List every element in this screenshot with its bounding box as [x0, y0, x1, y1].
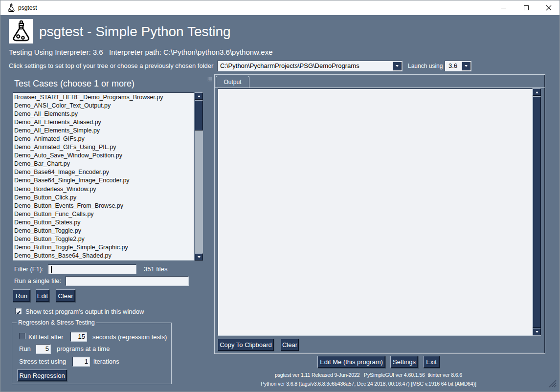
show-output-checkbox[interactable]	[15, 308, 22, 314]
clear-button[interactable]: Clear	[56, 289, 75, 302]
kill-test-label: Kill test after	[28, 333, 64, 341]
version-line-2: Python ver 3.6.8 (tags/v3.6.8:3c6b436a57…	[191, 381, 546, 387]
maximize-button[interactable]	[515, 0, 538, 15]
version-line-1: psgtest ver 1.11 Released 9-Jun-2022 PyS…	[191, 372, 546, 378]
file-count: 351 files	[144, 265, 167, 273]
titlebar: psgtest	[0, 0, 560, 15]
list-item[interactable]: Demo_All_Elements.py	[14, 110, 194, 118]
scroll-down-button[interactable]	[533, 328, 541, 335]
list-item[interactable]: Demo_Base64_Image_Encoder.py	[14, 168, 194, 176]
stress-label: Stress test using	[19, 358, 66, 365]
list-item[interactable]: Demo_Button_Toggle.py	[14, 227, 194, 235]
listbox-scrollbar[interactable]	[195, 92, 203, 261]
scroll-down-button[interactable]	[195, 253, 203, 261]
page-title: psgtest - Simple Python Testing	[39, 24, 231, 40]
app-flask-icon	[7, 3, 16, 12]
launch-combo-value: 3.6	[448, 62, 457, 69]
edit-me-button[interactable]: Edit Me (this program)	[317, 356, 385, 368]
single-file-input[interactable]	[66, 276, 189, 286]
run-button[interactable]: Run	[13, 289, 30, 302]
test-cases-listbox[interactable]: Browser_START_HERE_Demo_Programs_Browser…	[13, 92, 194, 261]
text-caret	[51, 266, 52, 273]
launch-combo-dropdown-button[interactable]	[462, 62, 470, 70]
list-item[interactable]: Demo_Animated_GIFs_Using_PIL.py	[14, 143, 194, 152]
interpreter-info: Testing Using Interpreter: 3.6 Interpret…	[9, 48, 272, 56]
edit-button[interactable]: Edit	[36, 289, 49, 302]
triangle-up-icon	[198, 95, 201, 97]
scroll-up-button[interactable]	[533, 88, 541, 96]
list-item[interactable]: Demo_Animated_GIFs.py	[14, 135, 194, 143]
list-item[interactable]: Demo_Button_Toggle_Simple_Graphic.py	[14, 243, 194, 252]
folder-combo[interactable]: C:\Python\PycharmProjects\PSG\DemoProgra…	[217, 61, 403, 71]
folder-combo-dropdown-button[interactable]	[393, 62, 402, 70]
run-count-input[interactable]: 5	[36, 344, 51, 354]
list-item[interactable]: Demo_All_Elements_Simple.py	[14, 127, 194, 135]
minimize-icon	[501, 8, 506, 8]
chevron-down-icon	[396, 65, 399, 67]
list-item[interactable]: Demo_Buttons_Base64_Shaded.py	[14, 252, 194, 260]
scrollbar-thumb[interactable]	[533, 96, 541, 328]
kill-suffix-label: seconds (regression tests)	[92, 333, 167, 341]
close-icon	[546, 5, 552, 11]
triangle-down-icon	[536, 331, 538, 333]
list-item[interactable]: Demo_Borderless_Window.py	[14, 185, 194, 194]
list-item[interactable]: Demo_Button_Func_Calls.py	[14, 210, 194, 218]
output-clear-button[interactable]: Clear	[281, 339, 299, 351]
check-icon	[16, 310, 21, 315]
list-item[interactable]: Demo_Button_Click.py	[14, 194, 194, 202]
pane-sash-handle[interactable]	[208, 77, 212, 81]
close-button[interactable]	[538, 0, 560, 15]
list-item[interactable]: Demo_Button_Events_From_Browse.py	[14, 202, 194, 210]
list-item[interactable]: Demo_ANSI_Color_Text_Output.py	[14, 102, 194, 110]
tab-output-label: Output	[224, 79, 241, 86]
minimize-button[interactable]	[493, 0, 515, 15]
resize-grip[interactable]	[546, 377, 557, 388]
window-title: psgtest	[18, 4, 37, 11]
output-scrollbar[interactable]	[533, 88, 541, 336]
list-item[interactable]: Browser_START_HERE_Demo_Programs_Browser…	[14, 93, 194, 102]
filter-label: Filter (F1):	[14, 265, 44, 273]
run-suffix-label: programs at a time	[57, 345, 110, 352]
exit-button[interactable]: Exit	[423, 356, 440, 368]
chevron-down-icon	[465, 65, 468, 67]
run-regression-button[interactable]: Run Regression	[17, 370, 67, 381]
test-cases-title: Test Cases (choose 1 or more)	[14, 79, 134, 89]
list-item[interactable]: Demo_Base64_Single_Image_Encoder.py	[14, 176, 194, 185]
flask-icon	[11, 20, 31, 43]
folder-combo-value: C:\Python\PycharmProjects\PSG\DemoProgra…	[220, 62, 359, 69]
app-logo	[9, 19, 33, 44]
output-panel: Output Copy To Clipboard Clear	[214, 74, 545, 354]
settings-button[interactable]: Settings	[390, 356, 418, 368]
list-item[interactable]: Demo_Bar_Chart.py	[14, 160, 194, 168]
filter-input[interactable]	[48, 264, 136, 274]
output-area[interactable]	[218, 88, 533, 336]
stress-iterations-input[interactable]: 1	[72, 357, 90, 367]
single-file-label: Run a single file:	[14, 277, 61, 284]
scrollbar-thumb[interactable]	[195, 100, 203, 131]
triangle-down-icon	[198, 256, 201, 258]
run-count-label: Run	[19, 345, 31, 352]
maximize-icon	[524, 5, 529, 10]
launch-using-label: Launch using	[408, 63, 443, 69]
triangle-up-icon	[536, 91, 538, 93]
kill-test-checkbox[interactable]	[19, 333, 25, 339]
list-item[interactable]: Demo_Button_Toggle2.py	[14, 235, 194, 243]
tab-divider	[215, 87, 545, 88]
scroll-up-button[interactable]	[195, 92, 203, 100]
stress-suffix-label: iterations	[93, 358, 119, 365]
settings-hint: Click settings to set top of your tree o…	[9, 62, 213, 69]
launch-combo[interactable]: 3.6	[445, 61, 471, 71]
tab-output[interactable]: Output	[216, 76, 249, 88]
kill-seconds-input[interactable]: 15	[70, 332, 87, 342]
show-output-label: Show test program's output in this windo…	[25, 308, 144, 315]
copy-to-clipboard-button[interactable]: Copy To Clipboard	[218, 339, 274, 351]
list-item[interactable]: Demo_Auto_Save_Window_Position.py	[14, 152, 194, 160]
list-item[interactable]: Demo_All_Elements_Aliased.py	[14, 118, 194, 127]
app-window: psgtest psgtest - Simple Python Testing …	[0, 0, 560, 392]
regression-frame-title: Regression & Stress Testing	[17, 319, 96, 326]
list-item[interactable]: Demo_Button_States.py	[14, 218, 194, 227]
